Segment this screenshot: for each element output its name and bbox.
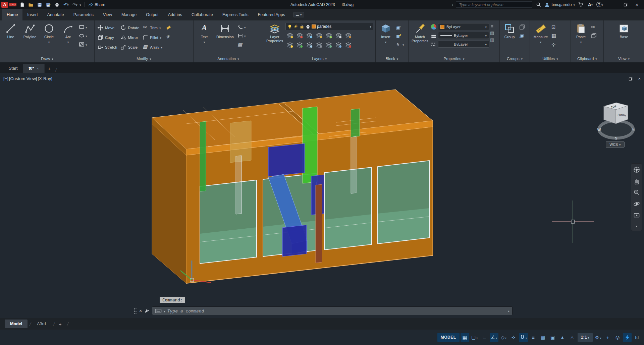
draw-panel-label[interactable]: Draw — [0, 55, 94, 62]
zoom-button[interactable] — [633, 188, 641, 196]
layer-on-bulb-icon[interactable] — [287, 24, 292, 29]
house-3d-model[interactable] — [152, 90, 433, 283]
ribbon-tab-express-tools[interactable]: Express Tools — [218, 9, 253, 20]
qat-customize-caret-icon[interactable] — [79, 2, 81, 7]
tab-close-icon[interactable]: × — [37, 67, 39, 70]
status-snap-mode[interactable]: ▢ — [470, 333, 479, 342]
layer-isolate-icon[interactable] — [295, 32, 304, 40]
mirror-tool[interactable]: Mirror — [119, 33, 141, 42]
compass-east[interactable]: E — [632, 127, 635, 131]
layout-tab-model[interactable]: Model — [5, 320, 28, 328]
layer-freeze-sun-icon[interactable]: ☀ — [293, 24, 298, 29]
layer-off-icon[interactable] — [285, 32, 294, 40]
edit-attributes-tool[interactable]: ✎ — [395, 41, 405, 48]
trim-tool[interactable]: ✂Trim — [141, 23, 164, 32]
drawing-area[interactable]: W S E TOP FRONT [−] [Custom View] [X-Ray… — [0, 73, 644, 318]
redo-button[interactable]: ↷ — [71, 1, 78, 8]
status-object-snap-tracking[interactable]: ⊹ — [509, 333, 518, 342]
ribbon-tab-featured-apps[interactable]: Featured Apps — [253, 9, 290, 20]
plotstyle-icon[interactable]: ▥ — [490, 38, 494, 42]
groups-panel-label[interactable]: Groups — [500, 55, 530, 62]
pan-button[interactable] — [633, 177, 641, 185]
ribbon-tab-manage[interactable]: Manage — [117, 9, 141, 20]
layers-panel-label[interactable]: Layers — [263, 55, 375, 62]
ribbon-tab-annotate[interactable]: Annotate — [43, 9, 69, 20]
hatch-tool[interactable] — [78, 41, 88, 48]
dimension-style-tool[interactable] — [237, 32, 247, 39]
copy-clip-tool[interactable] — [590, 32, 597, 39]
quick-select-tool[interactable]: ⊡ — [551, 23, 557, 30]
viewport-visual-style-menu[interactable]: [X-Ray] — [38, 76, 52, 81]
open-button[interactable] — [27, 1, 35, 8]
erase-tool[interactable] — [164, 23, 173, 32]
status-lineweight[interactable]: ≡ — [529, 333, 538, 342]
compass-south[interactable]: S — [615, 136, 617, 140]
new-drawing-tab-button[interactable]: + — [45, 64, 54, 73]
ribbon-tab-collaborate[interactable]: Collaborate — [187, 9, 218, 20]
text-tool[interactable]: AText — [195, 21, 213, 55]
scale-tool[interactable]: Scale — [119, 43, 141, 51]
cut-tool[interactable]: ✂ — [590, 23, 597, 30]
array-tool[interactable]: ▦Array — [141, 43, 164, 51]
group-edit-tool[interactable]: ▣ — [519, 32, 526, 39]
autocad-logo[interactable]: A CAD — [1, 2, 16, 8]
file-tab-start[interactable]: Start — [3, 64, 23, 73]
command-input[interactable]: Type a command ▴ — [152, 306, 513, 315]
status-annotation-monitor[interactable]: + — [603, 333, 612, 342]
object-color-dropdown[interactable]: ByLayer — [438, 23, 489, 30]
ribbon-tab-add-ins[interactable]: Add-ins — [163, 9, 187, 20]
explode-tool[interactable]: ✳ — [164, 33, 173, 42]
transparency-control-icon[interactable]: ▤ — [490, 31, 494, 35]
arc-tool[interactable]: Arc — [59, 21, 77, 55]
paste-button[interactable]: Paste — [573, 21, 589, 55]
layer-match-icon[interactable] — [334, 32, 343, 40]
ellipse-tool[interactable] — [78, 32, 88, 39]
status-object-snap[interactable] — [519, 333, 528, 342]
status-grid-display[interactable]: ▦ — [461, 333, 469, 342]
match-properties-button[interactable]: Match Properties — [410, 21, 430, 55]
file-tab-t0[interactable]: t0*× — [23, 64, 44, 73]
layer-thaw-icon[interactable] — [305, 41, 314, 49]
layer-properties-button[interactable]: Layer Properties — [265, 21, 284, 55]
utilities-panel-label[interactable]: Utilities — [530, 55, 571, 62]
status-isometric-drafting[interactable]: ◇ — [499, 333, 508, 342]
layer-on-icon[interactable] — [285, 41, 294, 49]
status-graphics-performance[interactable] — [623, 333, 632, 342]
search-button[interactable] — [535, 2, 542, 8]
autodesk-apps-button[interactable]: A — [587, 2, 594, 8]
command-expand-icon[interactable]: ▴ — [508, 309, 509, 313]
status-polar-tracking[interactable]: ∠ — [490, 333, 498, 342]
status-annotation-visibility[interactable]: ▲ — [558, 333, 567, 342]
annotation-panel-label[interactable]: Annotation — [194, 55, 263, 62]
status-transparency[interactable]: ▩ — [539, 333, 547, 342]
measure-button[interactable]: Measure — [532, 21, 550, 55]
base-view-button[interactable]: Base — [615, 21, 633, 55]
layer-merge-icon[interactable] — [344, 41, 353, 49]
save-button[interactable] — [36, 1, 43, 8]
layer-make-current-icon[interactable] — [324, 32, 333, 40]
id-point-tool[interactable]: ⊹ — [551, 41, 557, 48]
properties-panel-label[interactable]: Properties — [409, 55, 499, 62]
ribbon-tab-home[interactable]: Home — [2, 9, 22, 20]
minimize-button[interactable]: — — [608, 0, 620, 9]
command-close-icon[interactable]: × — [139, 308, 142, 313]
status-selection-cycling[interactable]: ▣ — [548, 333, 557, 342]
command-recent-caret-icon[interactable] — [164, 308, 165, 314]
navbar-more-caret-icon[interactable] — [636, 223, 637, 229]
insert-block-button[interactable]: Insert — [377, 21, 394, 55]
layer-plot-icon[interactable] — [306, 24, 310, 29]
layer-dropdown[interactable]: ☀ paredes — [285, 23, 373, 30]
command-grip-handle[interactable] — [133, 307, 137, 314]
rectangle-tool[interactable] — [78, 23, 88, 30]
leader-tool[interactable] — [237, 23, 247, 30]
move-tool[interactable]: Move — [96, 23, 118, 32]
ribbon-tab-output[interactable]: Output — [141, 9, 163, 20]
viewport-view-menu[interactable]: [Custom View] — [9, 76, 37, 81]
model-space-scene[interactable]: W S E TOP FRONT — [0, 73, 644, 318]
status-annotation-scale[interactable]: 1:1 — [578, 333, 593, 342]
app-store-button[interactable] — [578, 2, 584, 8]
close-button[interactable]: × — [631, 0, 643, 9]
redo-caret-icon[interactable] — [76, 2, 77, 7]
ribbon-tab-view[interactable]: View — [98, 9, 117, 20]
share-button[interactable]: Share — [88, 2, 105, 7]
